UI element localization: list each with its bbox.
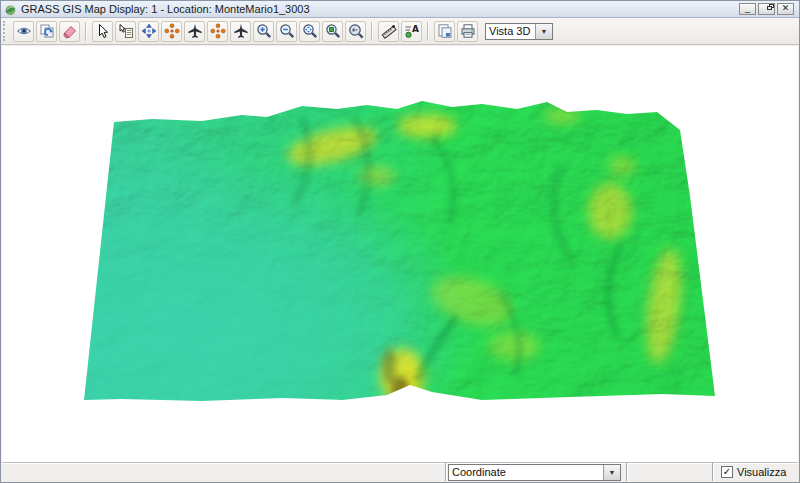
fly-through-mode-button[interactable] — [184, 21, 205, 42]
terrain-3d-view[interactable] — [2, 46, 798, 465]
close-icon: ✕ — [782, 3, 790, 13]
map-canvas[interactable] — [2, 46, 798, 465]
orange-rotate-icon — [210, 23, 226, 39]
render-icon — [39, 23, 55, 39]
title-bar[interactable]: GRASS GIS Map Display: 1 - Location: Mon… — [1, 1, 799, 18]
query-map-button[interactable] — [115, 21, 136, 42]
combo-arrow-icon[interactable]: ▼ — [535, 24, 552, 39]
airplane-icon — [187, 23, 203, 39]
terrain-3d-surface[interactable] — [2, 46, 798, 465]
render-map-button[interactable] — [36, 21, 57, 42]
statusbar-left-panel — [2, 463, 445, 481]
visualizza-label: Visualizza — [737, 466, 786, 478]
pointer-mode-button[interactable] — [92, 21, 113, 42]
map-display-toolbar: A Vista 3D ▼ — [1, 18, 799, 45]
close-button[interactable]: ✕ — [777, 3, 794, 15]
eye-icon — [16, 23, 32, 39]
rotate-3d-mode-alt-button[interactable] — [207, 21, 228, 42]
grass-gis-app-icon — [4, 3, 17, 16]
magnifier-back-icon — [348, 23, 364, 39]
view-mode-combobox[interactable]: Vista 3D ▼ — [485, 23, 553, 40]
status-bar: Coordinate ▼ ✓ Visualizza — [2, 462, 798, 481]
view-mode-value: Vista 3D — [486, 25, 535, 37]
toolbar-grip[interactable] — [3, 21, 9, 41]
toolbar-separator — [371, 22, 373, 41]
pan-3d-mode-button[interactable] — [138, 21, 159, 42]
zoom-back-button[interactable] — [345, 21, 366, 42]
display-map-button[interactable] — [13, 21, 34, 42]
statusbar-render-panel: ✓ Visualizza — [712, 463, 798, 481]
window-title: GRASS GIS Map Display: 1 - Location: Mon… — [21, 3, 739, 15]
zoom-to-region-button[interactable] — [322, 21, 343, 42]
minimize-icon: _ — [745, 3, 750, 13]
blue-move-arrows-icon — [141, 23, 157, 39]
ruler-icon — [381, 23, 397, 39]
pointer-icon — [95, 23, 111, 39]
statusbar-mode-combobox[interactable]: Coordinate ▼ — [448, 464, 621, 481]
text-legend-icon: A — [404, 23, 420, 39]
restore-button[interactable] — [758, 3, 775, 15]
statusbar-middle-panel — [626, 463, 712, 481]
toolbar-separator — [85, 22, 87, 41]
add-map-elements-button[interactable]: A — [401, 21, 422, 42]
magnifier-minus-icon — [279, 23, 295, 39]
visualizza-checkbox[interactable]: ✓ — [721, 466, 733, 478]
toolbar-separator — [427, 22, 429, 41]
fly-through-mode-alt-button[interactable] — [230, 21, 251, 42]
statusbar-mode-value: Coordinate — [449, 466, 603, 478]
zoom-out-button[interactable] — [276, 21, 297, 42]
print-display-button[interactable] — [457, 21, 478, 42]
rotate-3d-mode-button[interactable] — [161, 21, 182, 42]
statusbar-combo-panel: Coordinate ▼ — [445, 463, 626, 481]
minimize-button[interactable]: _ — [739, 3, 756, 15]
svg-text:A: A — [412, 24, 419, 34]
zoom-in-button[interactable] — [253, 21, 274, 42]
check-icon: ✓ — [723, 467, 731, 477]
measure-distance-button[interactable] — [378, 21, 399, 42]
erase-display-button[interactable] — [59, 21, 80, 42]
magnifier-arrows-icon — [302, 23, 318, 39]
magnifier-plus-icon — [256, 23, 272, 39]
grass-map-display-window: GRASS GIS Map Display: 1 - Location: Mon… — [0, 0, 800, 483]
airplane-icon — [233, 23, 249, 39]
printer-icon — [460, 23, 476, 39]
magnifier-region-icon — [325, 23, 341, 39]
orange-rotate-icon — [164, 23, 180, 39]
combo-arrow-icon[interactable]: ▼ — [603, 465, 620, 480]
zoom-extent-button[interactable] — [299, 21, 320, 42]
eraser-icon — [62, 23, 78, 39]
save-graphic-icon — [437, 23, 453, 39]
save-display-button[interactable] — [434, 21, 455, 42]
query-document-icon — [118, 23, 134, 39]
